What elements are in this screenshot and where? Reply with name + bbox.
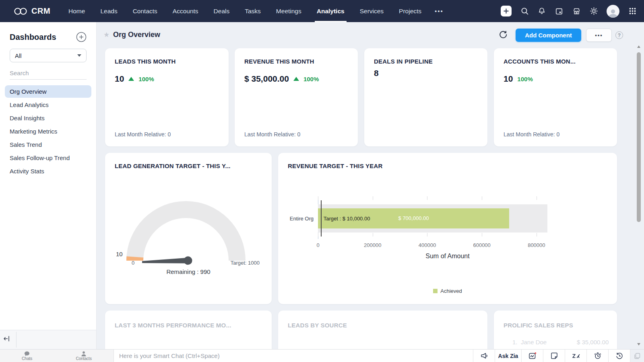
chart-title: LEAD GENERATION TARGET - THIS Y...: [115, 162, 231, 169]
notifications-bell-icon[interactable]: [537, 7, 546, 16]
sidebar-item-marketing-metrics[interactable]: Marketing Metrics: [5, 125, 91, 138]
add-component-button[interactable]: Add Component: [516, 29, 581, 42]
nav-item-accounts[interactable]: Accounts: [165, 0, 206, 22]
axis-tick-mark: [318, 196, 318, 200]
main-navbar: CRM Home Leads Contacts Accounts Deals T…: [0, 0, 644, 22]
sidebar-item-sales-follow-up-trend[interactable]: Sales Follow-up Trend: [5, 152, 91, 164]
dashboards-sidebar: Dashboards All Org Overview Lead Analyti…: [0, 22, 97, 362]
x-axis-title: Sum of Amount: [278, 253, 617, 260]
kpi-card-revenue-this-month: REVENUE THIS MONTH $ 35,000.00 100% Last…: [235, 48, 358, 146]
vertical-scrollbar[interactable]: [637, 52, 641, 222]
sidebar-item-sales-trend[interactable]: Sales Trend: [5, 138, 91, 151]
nav-item-contacts[interactable]: Contacts: [125, 0, 165, 22]
insights-chart-icon: [528, 352, 537, 360]
kpi-title: ACCOUNTS THIS MON...: [504, 58, 576, 65]
zia-scribble-button[interactable]: [565, 350, 586, 362]
app-grid-icon[interactable]: [628, 7, 637, 16]
revenue-target-card: REVENUE TARGET - THIS YEAR Entire Org $ …: [278, 153, 617, 304]
ask-zia-label: Ask Zia: [498, 353, 518, 359]
chats-button[interactable]: Chats: [22, 351, 32, 361]
revenue-plot: $ 700,000.00 Target : $ 10,000.00: [318, 196, 547, 241]
x-tick-label: 800000: [528, 242, 545, 248]
nav-menu: Home Leads Contacts Accounts Deals Tasks…: [61, 0, 449, 22]
smart-chat-input[interactable]: [114, 352, 473, 359]
nav-item-services[interactable]: Services: [352, 0, 391, 22]
axis-tick-mark: [373, 196, 373, 200]
target-label: Target : $ 10,000.00: [324, 216, 370, 222]
sidebar-item-activity-stats[interactable]: Activity Stats: [5, 165, 91, 177]
ask-zia-button[interactable]: Ask Zia: [495, 350, 521, 362]
rep-amount: $ 35,000.00: [577, 339, 609, 346]
note-icon: [550, 352, 558, 360]
sticky-notes-button[interactable]: [543, 350, 565, 362]
gauge-track-arc: [126, 201, 246, 261]
user-avatar[interactable]: [607, 5, 619, 18]
brand[interactable]: CRM: [13, 6, 50, 16]
nav-item-projects[interactable]: Projects: [391, 0, 429, 22]
add-dashboard-button[interactable]: [76, 32, 87, 42]
nav-item-home[interactable]: Home: [61, 0, 93, 22]
kpi-title: LEADS THIS MONTH: [115, 58, 176, 65]
axis-tick-mark: [537, 233, 537, 237]
page-header: ★ Org Overview Add Component ••• ?: [97, 22, 644, 48]
zoho-logo-icon: [13, 6, 28, 16]
dashboard-filter-select[interactable]: All: [10, 49, 87, 62]
sidebar-item-lead-analytics[interactable]: Lead Analytics: [5, 99, 91, 111]
recent-history-button[interactable]: [608, 350, 630, 362]
nav-item-leads[interactable]: Leads: [93, 0, 125, 22]
nav-item-deals[interactable]: Deals: [206, 0, 237, 22]
gauge-chart: [105, 153, 272, 304]
settings-gear-icon[interactable]: [589, 7, 598, 16]
person-icon: [81, 351, 86, 356]
kpi-card-leads-this-month: LEADS THIS MONTH 10 100% Last Month Rela…: [105, 48, 229, 146]
help-icon[interactable]: ?: [615, 31, 623, 39]
copy-docs-icon[interactable]: [630, 350, 644, 362]
reminders-button[interactable]: [586, 350, 608, 362]
sidebar-footer: [0, 330, 96, 349]
axis-tick-mark: [537, 196, 537, 200]
contacts-label: Contacts: [76, 357, 91, 361]
y-category-label: Entire Org: [288, 216, 314, 222]
favorite-star-icon[interactable]: ★: [103, 31, 109, 39]
page-title: Org Overview: [113, 31, 160, 39]
rep-rank: 1.: [512, 339, 518, 346]
chart-title: LAST 3 MONTHS PERFORMANCE MO...: [115, 322, 231, 329]
target-line: [321, 200, 322, 237]
zia-signature-icon: [572, 352, 580, 360]
chat-bubble-icon: [24, 351, 30, 356]
sidebar-item-deal-insights[interactable]: Deal Insights: [5, 112, 91, 124]
sales-rep-row: 1. Jane Doe $ 35,000.00: [494, 339, 617, 346]
kpi-footer: Last Month Relative: 0: [115, 131, 171, 138]
nav-item-analytics[interactable]: Analytics: [309, 0, 352, 22]
kpi-title: DEALS IN PIPELINE: [374, 58, 433, 65]
collapse-sidebar-icon[interactable]: [3, 335, 11, 343]
kpi-value: 10: [115, 74, 124, 84]
refresh-icon[interactable]: [499, 30, 508, 39]
nav-more-button[interactable]: •••: [429, 8, 449, 14]
chats-label: Chats: [22, 357, 32, 361]
quick-create-button[interactable]: [501, 6, 512, 16]
scrollbar-down-arrow[interactable]: [637, 343, 640, 346]
kpi-value: $ 35,000.00: [244, 74, 289, 84]
nav-item-tasks[interactable]: Tasks: [237, 0, 268, 22]
axis-tick-mark: [427, 233, 427, 237]
announcements-button[interactable]: [473, 350, 495, 362]
kpi-card-deals-in-pipeline: DEALS IN PIPELINE 8: [364, 48, 487, 146]
alarm-clock-icon: [594, 352, 602, 360]
contacts-button[interactable]: Contacts: [76, 351, 91, 361]
sidebar-item-org-overview[interactable]: Org Overview: [5, 85, 91, 98]
kpi-change: 100%: [303, 76, 319, 82]
marketplace-icon[interactable]: [572, 7, 581, 16]
main-content: ★ Org Overview Add Component ••• ? LEADS…: [97, 22, 644, 362]
calendar-icon[interactable]: [555, 7, 564, 16]
search-icon[interactable]: [520, 7, 529, 16]
zia-insights-button[interactable]: [521, 350, 543, 362]
chart-title: PROLIFIC SALES REPS: [504, 322, 573, 329]
nav-item-meetings[interactable]: Meetings: [268, 0, 309, 22]
chart-legend: Achieved: [278, 288, 617, 294]
dashboard-filter-value: All: [15, 52, 22, 59]
dashboard-search-input[interactable]: [10, 68, 87, 80]
scrollbar-up-arrow[interactable]: [637, 45, 640, 48]
header-more-button[interactable]: •••: [586, 29, 612, 42]
chevron-down-icon: [77, 54, 81, 57]
